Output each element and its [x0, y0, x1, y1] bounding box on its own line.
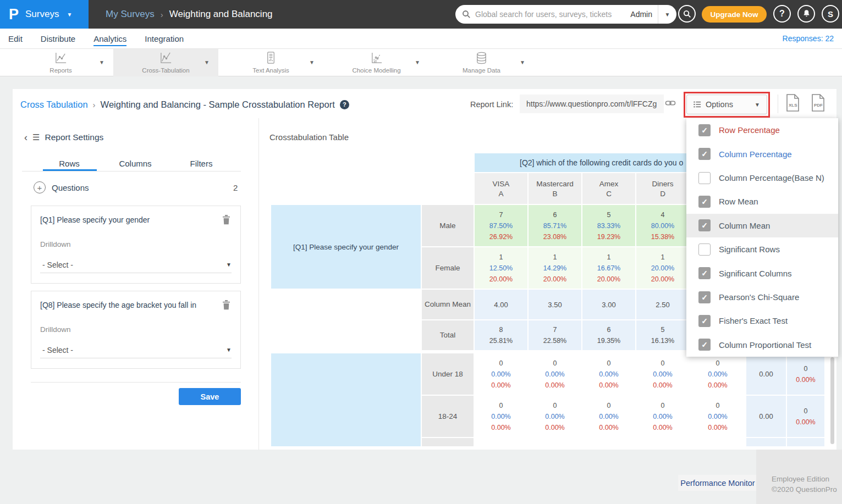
checkbox-checked[interactable]	[698, 267, 711, 279]
checkbox-checked[interactable]	[698, 124, 711, 136]
table-cell: 00.00%0.00%	[529, 396, 581, 437]
chevron-down-icon[interactable]: ▼	[309, 59, 315, 65]
option-pearsons-chi-square[interactable]: Pearson's Chi-Square	[686, 285, 838, 309]
toolbar-cross-tabulation[interactable]: Cross-Tabulation ▼	[113, 49, 218, 76]
delete-question-button[interactable]	[222, 215, 230, 225]
table-cell: 112.50%20.00%	[475, 247, 527, 289]
table-cell: 480.00%15.38%	[636, 205, 689, 246]
table-cell: 00.00%0.00%	[582, 396, 635, 437]
table-cell: 00.00%0.00%	[690, 353, 745, 395]
checkbox-unchecked[interactable]	[698, 243, 711, 256]
table-cell: 4.00	[475, 290, 527, 319]
checkbox-checked[interactable]	[698, 291, 711, 303]
toolbar-text-analysis[interactable]: Text Analysis ▼	[218, 49, 323, 76]
help-icon[interactable]: ?	[340, 100, 349, 109]
global-search[interactable]: Admin ▼	[455, 5, 676, 24]
option-fishers-exact-test[interactable]: Fisher's Exact Test	[686, 309, 838, 333]
copyright-label: ©2020 QuestionPro	[772, 484, 842, 495]
table-cell: 00.00%0.00%	[529, 353, 581, 395]
global-search-input[interactable]	[475, 10, 625, 19]
chevron-down-icon[interactable]: ▼	[204, 59, 210, 65]
checkbox-unchecked[interactable]	[698, 172, 711, 184]
performance-monitor-link[interactable]: Performance Monitor	[678, 475, 757, 491]
row-header-male: Male	[422, 205, 474, 246]
question-title: [Q1] Please specify your gender	[40, 215, 216, 224]
option-significant-columns[interactable]: Significant Columns	[686, 261, 838, 285]
question-card-q8: [Q8] Please specify the age bracket you …	[31, 291, 241, 369]
tab-columns[interactable]: Columns	[102, 159, 168, 168]
copy-link-icon[interactable]	[664, 99, 676, 107]
search-scope-dropdown[interactable]: ▼	[658, 5, 676, 24]
table-cell: 619.35%	[582, 320, 635, 350]
help-button[interactable]: ?	[773, 5, 791, 23]
chevron-down-icon[interactable]: ▼	[99, 59, 104, 65]
option-column-percentage-base-n[interactable]: Column Percentage(Base N)	[686, 166, 838, 190]
checkbox-checked[interactable]	[698, 315, 711, 327]
table-cell: 2.50	[636, 290, 689, 319]
scatter-chart-icon	[324, 51, 429, 65]
export-xls-button[interactable]: XLS	[785, 93, 800, 112]
row-header-column-mean: Column Mean	[422, 290, 474, 319]
option-column-percentage[interactable]: Column Percentage	[686, 142, 838, 165]
table-cell-total: 00.00%	[787, 396, 824, 437]
question-card-q1: [Q1] Please specify your gender Drilldow…	[31, 206, 241, 284]
checkbox-checked[interactable]	[698, 196, 711, 208]
option-row-mean[interactable]: Row Mean	[686, 190, 838, 213]
column-header-diners: DinersD	[636, 173, 689, 204]
search-scope-label: Admin	[625, 10, 658, 19]
line-chart-icon	[8, 51, 113, 65]
options-button[interactable]: Options ▼	[686, 95, 767, 114]
table-cell: 114.29%20.00%	[529, 247, 581, 289]
product-switcher[interactable]: P Surveys ▼	[0, 0, 89, 29]
option-significant-rows[interactable]: Significant Rows	[686, 237, 838, 261]
tab-filters[interactable]: Filters	[168, 159, 234, 168]
upgrade-now-button[interactable]: Upgrade Now	[702, 6, 767, 23]
tab-rows[interactable]: Rows	[36, 159, 102, 168]
drilldown-select[interactable]: - Select - ▼	[40, 342, 232, 358]
column-header-mastercard: MastercardB	[529, 173, 581, 204]
toolbar-manage-data[interactable]: Manage Data ▼	[429, 49, 534, 76]
table-cell: 120.00%20.00%	[636, 247, 689, 289]
export-pdf-button[interactable]: PDF	[811, 93, 826, 112]
report-title: Weighting and Balancing - Sample Crossta…	[101, 99, 335, 110]
nav-tab-edit[interactable]: Edit	[8, 29, 23, 48]
delete-question-button[interactable]	[222, 300, 230, 310]
user-avatar[interactable]: S	[822, 5, 839, 23]
notifications-bell-button[interactable]	[797, 5, 815, 23]
option-row-percentage[interactable]: Row Percentage	[686, 118, 838, 142]
breadcrumb-current-survey: Weighting and Balancing	[169, 9, 273, 20]
breadcrumb: My Surveys › Weighting and Balancing	[106, 0, 273, 29]
nav-tab-analytics[interactable]: Analytics	[93, 29, 126, 48]
collapse-chevron-icon[interactable]: ‹	[24, 132, 27, 142]
checkbox-checked[interactable]	[698, 219, 711, 231]
nav-tab-integration[interactable]: Integration	[145, 29, 184, 48]
add-question-button[interactable]: +	[34, 181, 46, 193]
column-header-visa: VISAA	[475, 173, 527, 204]
table-cell: 3.00	[582, 290, 635, 319]
chevron-down-icon[interactable]: ▼	[415, 59, 420, 65]
option-column-proportional-test[interactable]: Column Proportional Test	[686, 333, 838, 357]
chevron-down-icon[interactable]: ▼	[520, 59, 525, 65]
row-question-label: [Q1] Please specify your gender	[271, 205, 421, 289]
checkbox-checked[interactable]	[698, 339, 711, 351]
edition-info: Employee Edition ©2020 QuestionPro	[756, 450, 842, 504]
responses-count[interactable]: Responses: 22	[783, 29, 834, 48]
checkbox-checked[interactable]	[698, 148, 711, 160]
report-settings-title: Report Settings	[45, 132, 103, 142]
table-scrollbar[interactable]	[830, 357, 834, 444]
option-column-mean[interactable]: Column Mean	[686, 214, 838, 237]
save-button[interactable]: Save	[179, 388, 241, 405]
svg-text:XLS: XLS	[789, 103, 797, 108]
drilldown-select[interactable]: - Select - ▼	[40, 257, 232, 273]
breadcrumb-my-surveys[interactable]: My Surveys	[106, 9, 155, 20]
top-bar: P Surveys ▼ My Surveys › Weighting and B…	[0, 0, 842, 29]
search-submit-button[interactable]	[678, 5, 696, 23]
table-cell: 00.00%0.00%	[475, 396, 527, 437]
nav-tab-distribute[interactable]: Distribute	[41, 29, 75, 48]
report-link-url[interactable]: https://www.questionpro.com/t/lFFCZg	[520, 95, 664, 113]
toolbar-reports[interactable]: Reports ▼	[8, 49, 113, 76]
toolbar-choice-modelling[interactable]: Choice Modelling ▼	[324, 49, 429, 76]
cross-tabulation-link[interactable]: Cross Tabulation	[20, 99, 88, 110]
report-settings-header[interactable]: ‹ ☰ Report Settings	[24, 131, 103, 144]
table-cell: 00.00%0.00%	[636, 396, 689, 437]
